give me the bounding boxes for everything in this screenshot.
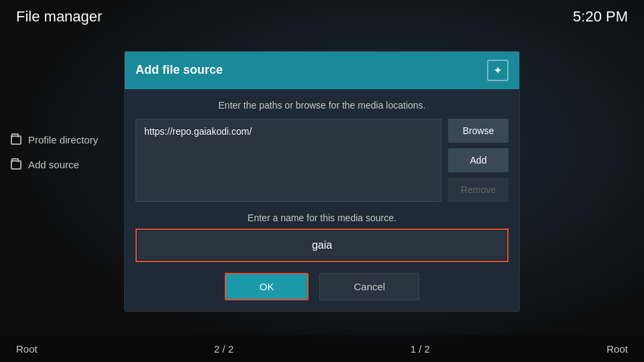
add-file-source-dialog: Add file source ✦ Enter the paths or bro… (124, 51, 520, 312)
add-button[interactable]: Add (448, 148, 508, 172)
cancel-button[interactable]: Cancel (319, 273, 419, 300)
name-input[interactable] (138, 231, 506, 259)
kodi-icon: ✦ (487, 60, 508, 81)
dialog-description: Enter the paths or browse for the media … (136, 100, 508, 111)
url-value: https://repo.gaiakodi.com/ (144, 126, 252, 137)
dialog-title: Add file source (136, 63, 223, 77)
dialog-header: Add file source ✦ (125, 52, 519, 89)
ok-button[interactable]: OK (225, 273, 309, 300)
name-input-container (136, 229, 508, 262)
url-section: https://repo.gaiakodi.com/ Browse Add Re… (136, 119, 508, 202)
action-buttons: OK Cancel (136, 273, 508, 300)
dialog-body: Enter the paths or browse for the media … (125, 89, 519, 311)
url-input-area[interactable]: https://repo.gaiakodi.com/ (136, 119, 441, 202)
modal-overlay: Add file source ✦ Enter the paths or bro… (0, 0, 644, 362)
browse-button[interactable]: Browse (448, 119, 508, 143)
url-buttons: Browse Add Remove (448, 119, 508, 202)
remove-button[interactable]: Remove (448, 178, 508, 202)
name-description: Enter a name for this media source. (136, 213, 508, 223)
